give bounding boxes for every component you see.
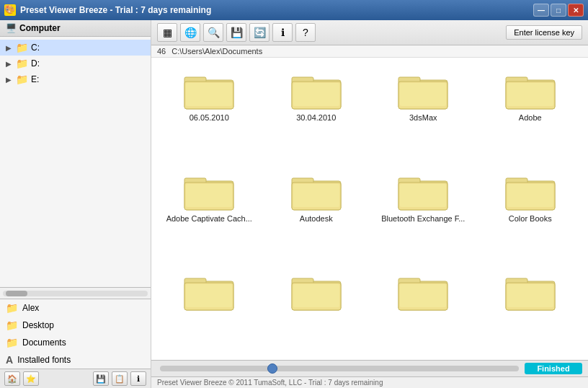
folder-icon-svg [290,271,342,312]
action-copy-button[interactable]: 📋 [112,371,128,386]
quick-access-fonts[interactable]: A Installed fonts [0,351,151,369]
toolbar: ▦ 🌐 🔍 💾 🔄 ℹ ? Enter license key [151,20,588,45]
right-panel: ▦ 🌐 🔍 💾 🔄 ℹ ? Enter license key 46 C:\Us… [151,20,588,388]
footer: Preset Viewer Breeze © 2011 TumaSoft, LL… [151,376,588,388]
svg-rect-15 [507,83,553,106]
close-button[interactable]: ✕ [568,4,584,17]
title-bar: 🎨 Preset Viewer Breeze - Trial : 7 days … [0,0,588,20]
toolbar-help-button[interactable]: ? [295,23,316,42]
toolbar-info-button[interactable]: ℹ [272,23,293,42]
left-panel: 🖥️ Computer ▶ 📁 C: ▶ 📁 D: ▶ 📁 E: [0,20,151,388]
file-item-3dsmax[interactable]: 3dsMax [371,63,476,162]
file-grid: 06.05.2010 30.04.2010 3dsMax [151,58,588,360]
file-item-color-books[interactable]: Color Books [478,164,583,263]
app-icon: 🎨 [4,4,16,16]
minimize-button[interactable]: — [533,4,549,17]
folder-icon: 📁 [6,337,18,348]
quick-access-alex[interactable]: 📁 Alex [0,299,151,317]
action-info-button[interactable]: ℹ [130,371,146,386]
svg-rect-35 [186,284,232,307]
file-item-06052010[interactable]: 06.05.2010 [157,63,262,162]
file-item-row3-4[interactable] [478,265,583,354]
svg-rect-27 [400,184,446,207]
file-item-row3-1[interactable] [157,265,262,354]
status-badge: Finished [525,363,582,374]
bottom-bar: Finished [151,360,588,376]
folder-icon: 📁 [16,74,28,85]
tree-item-label: E: [31,74,39,84]
tree-item-c[interactable]: ▶ 📁 C: [0,40,151,56]
svg-rect-11 [400,83,446,106]
file-item-autodesk[interactable]: Autodesk [264,164,369,263]
panel-header: 🖥️ Computer [0,20,151,37]
quick-access-documents[interactable]: 📁 Documents [0,334,151,351]
file-name: Adobe [519,113,542,122]
action-home-button[interactable]: 🏠 [4,371,20,386]
svg-rect-47 [507,284,553,307]
license-button[interactable]: Enter license key [506,25,582,40]
svg-rect-31 [507,184,553,207]
toolbar-refresh-button[interactable]: 🔄 [249,23,270,42]
toolbar-search-button[interactable]: 🔍 [203,23,223,42]
folder-icon-svg [397,171,449,211]
expand-arrow: ▶ [6,44,13,52]
item-label: Installed fonts [17,355,71,365]
path-bar: 46 C:\Users\Alex\Documents [151,45,588,58]
folder-icon-svg [504,171,556,211]
file-item-bluetooth[interactable]: Bluetooth Exchange F... [371,164,476,263]
item-label: Documents [22,338,66,348]
slider-thumb[interactable] [267,363,277,374]
item-label: Desktop [22,320,54,330]
folder-icon-svg [183,171,235,211]
tree-item-d[interactable]: ▶ 📁 D: [0,56,151,71]
tree-item-e[interactable]: ▶ 📁 E: [0,71,151,87]
folder-icon-svg [183,271,235,312]
current-path: C:\Users\Alex\Documents [172,47,262,56]
folder-icon-svg [290,171,342,211]
file-item-30042010[interactable]: 30.04.2010 [264,63,369,162]
toolbar-save-button[interactable]: 💾 [226,23,246,42]
svg-rect-19 [186,184,232,207]
folder-icon: 📁 [6,302,18,314]
file-item-row3-2[interactable] [264,265,369,354]
file-name: Adobe Captivate Cach... [166,214,252,223]
svg-rect-3 [186,83,232,106]
file-count: 46 [157,47,166,56]
expand-arrow: ▶ [6,76,13,84]
toolbar-web-button[interactable]: 🌐 [180,23,200,42]
zoom-slider[interactable] [160,366,519,371]
action-save-button[interactable]: 💾 [93,371,109,386]
file-name: 3dsMax [409,113,437,122]
file-item-adobe-captivate[interactable]: Adobe Captivate Cach... [157,164,262,263]
file-name: Autodesk [300,214,333,223]
font-icon: A [6,354,13,366]
folder-icon: 📁 [16,42,28,53]
folder-icon-svg [397,70,449,110]
file-name: 06.05.2010 [190,113,229,122]
panel-title: Computer [19,23,61,33]
file-name: 30.04.2010 [296,113,336,122]
folder-icon-svg [504,70,556,110]
folder-icon-svg [504,271,556,312]
folder-icon-svg [183,70,235,110]
svg-rect-23 [293,184,339,207]
folder-icon-svg [290,70,342,110]
toolbar-grid-button[interactable]: ▦ [157,23,177,42]
app-title: Preset Viewer Breeze - Trial : 7 days re… [20,5,211,15]
folder-icon: 📁 [6,319,18,331]
file-item-row3-3[interactable] [371,265,476,354]
left-scrollbar[interactable] [0,287,151,299]
action-star-button[interactable]: ⭐ [23,371,39,386]
folder-icon: 📁 [16,58,28,69]
tree-area: ▶ 📁 C: ▶ 📁 D: ▶ 📁 E: [0,37,151,287]
expand-arrow: ▶ [6,60,13,68]
tree-item-label: D: [31,58,40,69]
file-name: Bluetooth Exchange F... [381,214,465,223]
computer-icon: 🖥️ [6,23,17,33]
quick-access-desktop[interactable]: 📁 Desktop [0,317,151,334]
maximize-button[interactable]: □ [551,4,566,17]
file-item-adobe[interactable]: Adobe [478,63,583,162]
footer-text: Preset Viewer Breeze © 2011 TumaSoft, LL… [157,379,383,387]
svg-rect-43 [400,284,446,307]
left-bottom-section: 📁 Alex 📁 Desktop 📁 Documents A Installed… [0,299,151,369]
